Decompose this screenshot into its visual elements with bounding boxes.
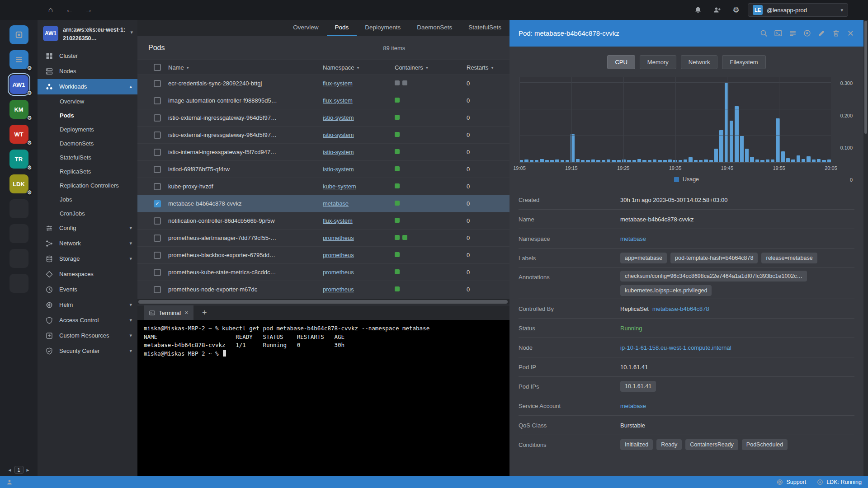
row-checkbox[interactable] bbox=[154, 183, 161, 190]
sidebar-item-security-center[interactable]: Security Center▾ bbox=[38, 343, 137, 359]
hotbar-cluster-ldk[interactable]: LDK⚙ bbox=[9, 174, 28, 193]
row-checkbox[interactable] bbox=[154, 97, 161, 104]
sidebar-item-network[interactable]: Network▾ bbox=[38, 236, 137, 251]
row-checkbox[interactable] bbox=[154, 269, 161, 276]
settings-gear-icon[interactable]: ⚙ bbox=[27, 115, 32, 121]
row-checkbox[interactable]: ✓ bbox=[154, 200, 161, 207]
pod-row[interactable]: kube-proxy-hvzdfkube-system0 bbox=[137, 178, 509, 195]
sidebar-item-custom-resources[interactable]: Custom Resources▾ bbox=[38, 328, 137, 343]
new-terminal-button[interactable]: + bbox=[199, 308, 210, 318]
hotbar-cluster-tr[interactable]: TR⚙ bbox=[9, 150, 28, 169]
terminal-tab[interactable]: Terminal × bbox=[144, 305, 193, 320]
namespace-link[interactable]: prometheus bbox=[323, 269, 354, 276]
detail-link[interactable]: ip-10-1-61-158.eu-west-1.compute.interna… bbox=[620, 344, 731, 351]
hotbar-cluster-wt[interactable]: WT⚙ bbox=[9, 125, 28, 144]
settings-gear-icon[interactable]: ⚙ bbox=[27, 65, 32, 71]
horizontal-scrollbar[interactable] bbox=[137, 299, 509, 305]
namespace-link[interactable]: prometheus bbox=[323, 235, 354, 241]
pod-shell-icon[interactable] bbox=[774, 29, 782, 37]
sidebar-item-config[interactable]: Config▾ bbox=[38, 221, 137, 236]
cluster-status[interactable]: LDK: Running bbox=[817, 479, 862, 485]
sidebar-subitem-cronjobs[interactable]: CronJobs bbox=[38, 206, 137, 221]
pod-row[interactable]: prometheus-node-exporter-m67dcprometheus… bbox=[137, 281, 509, 298]
hotbar-prev-icon[interactable]: ◂ bbox=[8, 467, 11, 473]
namespace-link[interactable]: kube-system bbox=[323, 183, 356, 190]
hotbar-next-icon[interactable]: ▸ bbox=[27, 467, 29, 473]
sidebar-subitem-replicasets[interactable]: ReplicaSets bbox=[38, 164, 137, 178]
pod-row[interactable]: ✓metabase-b4b64c878-cvvkzmetabase0 bbox=[137, 195, 509, 212]
column-header-name[interactable]: Name▾ bbox=[168, 64, 323, 71]
vertical-scrollbar[interactable] bbox=[863, 20, 868, 476]
pod-row[interactable]: prometheus-blackbox-exporter-6795dd…prom… bbox=[137, 247, 509, 264]
scrollbar-thumb[interactable] bbox=[138, 300, 508, 304]
cluster-switcher[interactable]: AW1 arn:aws:eks:eu-west-1:210226350… ▾ bbox=[38, 20, 137, 48]
namespace-link[interactable]: prometheus bbox=[323, 252, 354, 258]
tab-statefulsets[interactable]: StatefulSets bbox=[460, 20, 509, 36]
sidebar-item-namespaces[interactable]: Namespaces bbox=[38, 267, 137, 282]
settings-gear-icon[interactable]: ⚙ bbox=[27, 90, 32, 96]
catalog-button[interactable] bbox=[9, 25, 28, 44]
row-checkbox[interactable] bbox=[154, 252, 161, 259]
namespace-link[interactable]: prometheus bbox=[323, 286, 354, 293]
sidebar-subitem-overview[interactable]: Overview bbox=[38, 94, 137, 108]
namespace-link[interactable]: flux-system bbox=[323, 217, 353, 224]
preferences-gear-icon[interactable]: ⚙ bbox=[729, 3, 743, 17]
sidebar-subitem-replication-controllers[interactable]: Replication Controllers bbox=[38, 178, 137, 192]
settings-gear-icon[interactable]: ⚙ bbox=[27, 164, 32, 171]
sidebar-item-helm[interactable]: Helm▾ bbox=[38, 297, 137, 313]
add-user-icon[interactable] bbox=[710, 3, 724, 17]
search-icon[interactable] bbox=[760, 29, 768, 37]
sidebar-subitem-deployments[interactable]: Deployments bbox=[38, 122, 137, 136]
tab-deployments[interactable]: Deployments bbox=[357, 20, 409, 36]
pod-logs-icon[interactable] bbox=[789, 29, 797, 37]
row-checkbox[interactable] bbox=[154, 149, 161, 156]
pod-row[interactable]: prometheus-kube-state-metrics-c8cddc…pro… bbox=[137, 264, 509, 281]
pod-row[interactable]: prometheus-alertmanager-7dd779cf55-…prom… bbox=[137, 230, 509, 247]
select-all-checkbox[interactable] bbox=[154, 64, 161, 71]
close-icon[interactable] bbox=[847, 29, 854, 37]
column-header-namespace[interactable]: Namespace▾ bbox=[323, 64, 395, 71]
pod-row[interactable]: istio-external-ingressgateway-964d5f97…i… bbox=[137, 109, 509, 127]
sidebar-subitem-daemonsets[interactable]: DaemonSets bbox=[38, 136, 137, 150]
support-button[interactable]: Support bbox=[777, 479, 806, 485]
namespace-link[interactable]: istio-system bbox=[323, 114, 354, 121]
user-status-icon[interactable] bbox=[6, 479, 13, 485]
metrics-tab-cpu[interactable]: CPU bbox=[607, 55, 635, 69]
sidebar-item-access-control[interactable]: Access Control▾ bbox=[38, 313, 137, 328]
row-checkbox[interactable] bbox=[154, 166, 161, 173]
hotbar-cluster-aw1[interactable]: AW1⚙ bbox=[9, 75, 28, 94]
column-header-containers[interactable]: Containers▾ bbox=[395, 64, 467, 71]
account-menu[interactable]: LE @lensapp-prod ▾ bbox=[748, 3, 848, 17]
pod-row[interactable]: notification-controller-86d4cb566b-9pr5w… bbox=[137, 212, 509, 230]
column-header-restarts[interactable]: Restarts▾ bbox=[467, 64, 509, 71]
namespace-link[interactable]: flux-system bbox=[323, 97, 353, 104]
detail-link[interactable]: metabase bbox=[620, 235, 646, 242]
metrics-tab-memory[interactable]: Memory bbox=[640, 55, 676, 69]
row-checkbox[interactable] bbox=[154, 131, 161, 139]
namespace-link[interactable]: istio-system bbox=[323, 131, 354, 138]
row-checkbox[interactable] bbox=[154, 114, 161, 122]
notifications-bell-icon[interactable] bbox=[691, 3, 705, 17]
hotbar-cluster-km[interactable]: KM⚙ bbox=[9, 100, 28, 119]
detail-link[interactable]: metabase bbox=[620, 403, 646, 409]
sidebar-subitem-pods[interactable]: Pods bbox=[38, 108, 137, 122]
pod-row[interactable]: istio-internal-ingressgateway-f5f7cd947…… bbox=[137, 144, 509, 161]
pod-row[interactable]: ecr-credentials-sync-28092240-bttgjflux-… bbox=[137, 75, 509, 92]
tab-overview[interactable]: Overview bbox=[285, 20, 326, 36]
tab-daemonsets[interactable]: DaemonSets bbox=[409, 20, 460, 36]
settings-gear-icon[interactable]: ⚙ bbox=[27, 189, 32, 196]
close-terminal-icon[interactable]: × bbox=[184, 309, 188, 316]
namespace-link[interactable]: istio-system bbox=[323, 149, 354, 155]
hotbar-menu-button[interactable]: ⚙ bbox=[9, 50, 28, 69]
sidebar-subitem-jobs[interactable]: Jobs bbox=[38, 192, 137, 206]
pod-row[interactable]: image-automation-controller-f988895d5…fl… bbox=[137, 92, 509, 109]
forward-button[interactable]: → bbox=[81, 3, 96, 17]
terminal-output[interactable]: miska@Miskas-MBP-2 ~ % kubectl get pod m… bbox=[137, 320, 509, 476]
sidebar-item-storage[interactable]: Storage▾ bbox=[38, 251, 137, 267]
pod-row[interactable]: istio-external-ingressgateway-964d5f97…i… bbox=[137, 127, 509, 144]
scrollbar-thumb[interactable] bbox=[864, 21, 867, 134]
sidebar-item-cluster[interactable]: Cluster bbox=[38, 48, 137, 64]
pod-row[interactable]: istiod-69f876bf75-qf4rwistio-system0 bbox=[137, 161, 509, 178]
row-checkbox[interactable] bbox=[154, 286, 161, 293]
settings-gear-icon[interactable]: ⚙ bbox=[27, 140, 32, 146]
